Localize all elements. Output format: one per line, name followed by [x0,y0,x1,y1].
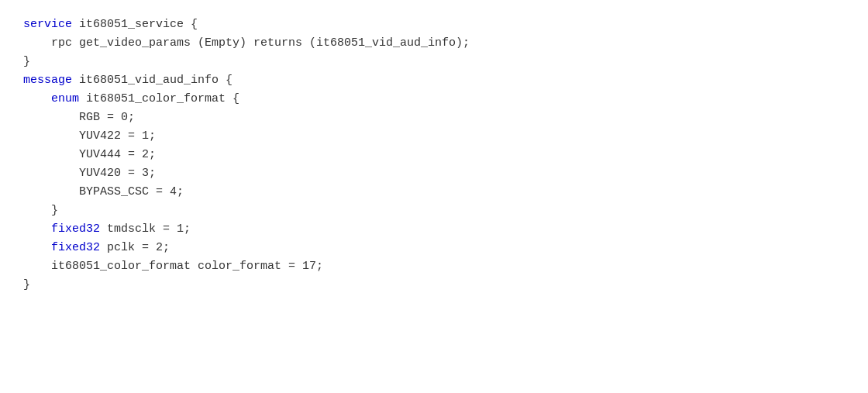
keyword: service [23,18,72,31]
code-line: it68051_color_format color_format = 17; [23,257,845,276]
code-text: } [23,55,30,68]
code-text: BYPASS_CSC = 4; [23,185,184,198]
code-text: RGB = 0; [23,111,135,124]
keyword: enum [51,92,79,105]
code-line: } [23,202,845,220]
code-text: } [23,204,58,217]
code-text: it68051_service { [72,18,198,31]
keyword: fixed32 [51,222,100,236]
code-line: enum it68051_color_format { [23,90,845,109]
code-line: fixed32 tmdsclk = 1; [23,220,845,239]
code-text [23,241,51,254]
code-text: } [23,278,30,291]
code-line: BYPASS_CSC = 4; [23,183,845,202]
code-block: service it68051_service { rpc get_video_… [23,16,845,295]
code-line: YUV444 = 2; [23,146,845,164]
code-text: rpc get_video_params (Empty) returns (it… [23,36,470,50]
code-text: it68051_vid_aud_info { [72,74,232,87]
keyword: message [23,74,72,87]
code-line: fixed32 pclk = 2; [23,239,845,257]
code-line: YUV420 = 3; [23,164,845,183]
code-line: message it68051_vid_aud_info { [23,71,845,90]
code-line: rpc get_video_params (Empty) returns (it… [23,34,845,53]
code-line: service it68051_service { [23,16,845,34]
code-line: } [23,53,845,71]
code-text [23,222,51,236]
code-text: YUV420 = 3; [23,167,156,180]
keyword: fixed32 [51,241,100,254]
code-line: } [23,276,845,295]
code-line: YUV422 = 1; [23,127,845,146]
code-text [23,92,51,105]
code-line: RGB = 0; [23,109,845,127]
code-text: it68051_color_format color_format = 17; [23,260,323,273]
code-text: it68051_color_format { [79,92,239,105]
code-text: pclk = 2; [100,241,170,254]
code-text: YUV444 = 2; [23,148,156,161]
code-text: YUV422 = 1; [23,129,156,143]
code-viewer: service it68051_service { rpc get_video_… [0,0,868,393]
code-text: tmdsclk = 1; [100,222,191,236]
